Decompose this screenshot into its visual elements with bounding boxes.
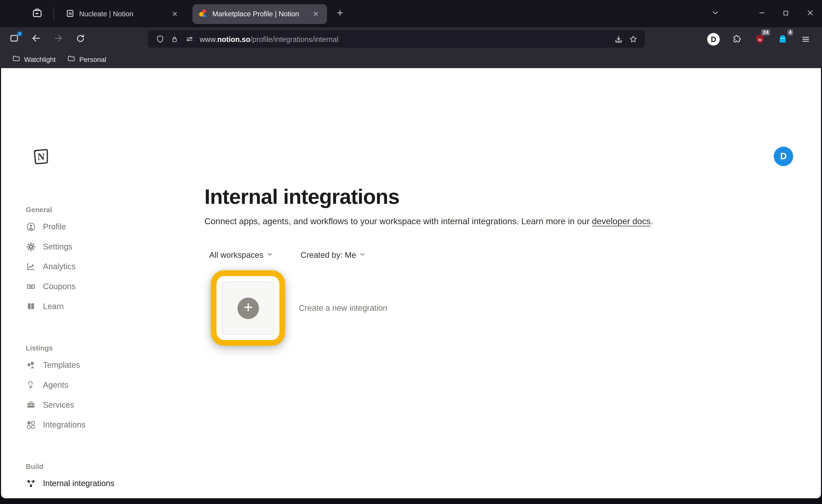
close-tab-icon[interactable] bbox=[310, 8, 321, 20]
tab-strip: N Nucleate | Notion Marketplace Profile … bbox=[0, 0, 822, 27]
sidebar-item-profile[interactable]: Profile bbox=[26, 217, 172, 237]
back-button[interactable] bbox=[27, 30, 45, 48]
sidebar-item-analytics[interactable]: Analytics bbox=[26, 257, 172, 277]
shield-extension-icon[interactable]: w 24 bbox=[751, 30, 768, 48]
sidebar-item-label: Integrations bbox=[43, 420, 85, 429]
page-description: Connect apps, agents, and workflows to y… bbox=[204, 216, 729, 227]
marketplace-favicon bbox=[199, 9, 208, 19]
extension-badge: 24 bbox=[762, 29, 770, 36]
close-window-button[interactable] bbox=[798, 0, 822, 27]
plus-icon bbox=[336, 9, 344, 18]
permissions-sliders-icon[interactable] bbox=[182, 32, 196, 46]
sidebar-section-general: General bbox=[26, 202, 172, 217]
sidebar-toggle-icon bbox=[9, 33, 19, 45]
profile-icon bbox=[26, 222, 36, 232]
url-domain: notion.so bbox=[217, 35, 250, 43]
d-extension-icon[interactable]: D bbox=[705, 30, 722, 48]
create-integration-label: Create a new integration bbox=[299, 303, 387, 313]
extensions-area: D w 24 4 bbox=[705, 30, 815, 48]
minimize-button[interactable] bbox=[750, 0, 774, 27]
chevron-down-icon bbox=[267, 250, 273, 260]
chevron-down-icon bbox=[711, 9, 719, 18]
sidebar-item-agents[interactable]: Agents bbox=[26, 375, 172, 395]
save-page-icon[interactable] bbox=[611, 32, 626, 46]
sidebar-item-learn[interactable]: Learn bbox=[26, 296, 172, 316]
tracking-protection-shield-icon[interactable] bbox=[152, 32, 167, 46]
svg-text:N: N bbox=[37, 151, 45, 162]
sidebar-item-label: Learn bbox=[43, 302, 64, 311]
close-icon bbox=[806, 9, 814, 18]
filter-label: Created by: Me bbox=[301, 250, 356, 259]
extensions-puzzle-icon[interactable] bbox=[728, 30, 745, 48]
tab-marketplace-profile[interactable]: Marketplace Profile | Notion bbox=[192, 4, 327, 24]
sidebar-section-listings: Listings bbox=[26, 340, 172, 355]
bookmark-star-icon[interactable] bbox=[626, 32, 641, 46]
sidebar-item-integrations[interactable]: Integrations bbox=[26, 415, 172, 435]
tab-title: Marketplace Profile | Notion bbox=[212, 10, 305, 18]
sidebar-item-coupons[interactable]: Coupons bbox=[26, 277, 172, 296]
sidebar-item-label: Settings bbox=[43, 242, 72, 251]
sidebar-item-templates[interactable]: Templates bbox=[26, 355, 172, 375]
grid-icon bbox=[26, 420, 36, 430]
sidebar-item-label: Analytics bbox=[43, 262, 76, 271]
lock-icon[interactable] bbox=[167, 32, 182, 46]
notion-logo[interactable]: N bbox=[31, 147, 50, 166]
plus-icon bbox=[243, 302, 254, 315]
sidebar-section-build: Build bbox=[26, 459, 172, 474]
sidebar-item-label: Services bbox=[43, 400, 74, 410]
maximize-button[interactable] bbox=[774, 0, 798, 27]
ticket-icon bbox=[26, 281, 36, 292]
tab-separator bbox=[53, 7, 54, 20]
developer-docs-link[interactable]: developer docs bbox=[592, 216, 651, 226]
plus-circle bbox=[237, 297, 259, 319]
workspace-filter-dropdown[interactable]: All workspaces bbox=[209, 250, 274, 260]
list-all-tabs-button[interactable] bbox=[705, 0, 726, 27]
chevron-down-icon bbox=[359, 250, 366, 260]
chart-icon bbox=[26, 261, 36, 272]
maximize-icon bbox=[782, 9, 789, 18]
create-integration-card[interactable] bbox=[222, 281, 274, 335]
close-tab-icon[interactable] bbox=[169, 8, 180, 20]
folder-icon bbox=[12, 55, 20, 65]
briefcase-icon bbox=[26, 400, 36, 410]
bookmark-folder-personal[interactable]: Personal bbox=[64, 52, 110, 66]
gear-icon bbox=[26, 242, 36, 252]
navigation-toolbar: www.notion.so/profile/integrations/inter… bbox=[0, 27, 822, 51]
tab-title: Nucleate | Notion bbox=[79, 10, 164, 18]
extension-badge: 4 bbox=[787, 29, 793, 36]
new-tab-button[interactable] bbox=[331, 5, 348, 22]
network-nodes-icon bbox=[26, 478, 36, 489]
bookmark-label: Watchlight bbox=[24, 56, 56, 64]
avatar[interactable]: D bbox=[774, 147, 793, 166]
sidebar-item-label: Internal integrations bbox=[43, 479, 114, 488]
sidebar-item-settings[interactable]: Settings bbox=[26, 237, 172, 257]
sidebar-item-services[interactable]: Services bbox=[26, 395, 172, 415]
tab-nucleate[interactable]: N Nucleate | Notion bbox=[59, 4, 186, 24]
bookmark-folder-watchlight[interactable]: Watchlight bbox=[8, 52, 59, 66]
hamburger-menu-icon[interactable] bbox=[797, 30, 815, 48]
notification-dot bbox=[18, 32, 21, 35]
svg-text:w: w bbox=[758, 37, 762, 42]
url-bar[interactable]: www.notion.so/profile/integrations/inter… bbox=[148, 30, 645, 48]
back-arrow-icon bbox=[31, 33, 41, 45]
notion-page: N D General Profile Settings Analytics C… bbox=[1, 68, 821, 498]
book-icon bbox=[26, 301, 36, 312]
ghost-extension-icon[interactable]: 4 bbox=[774, 30, 791, 48]
firefox-view-icon bbox=[31, 7, 43, 20]
sidebar: General Profile Settings Analytics Coupo… bbox=[26, 202, 172, 493]
create-integration-row: Create a new integration bbox=[211, 270, 729, 346]
firefox-view-button[interactable] bbox=[28, 5, 46, 22]
sidebar-item-internal-integrations[interactable]: Internal integrations bbox=[26, 474, 172, 494]
forward-button[interactable] bbox=[49, 30, 67, 48]
agent-face-icon bbox=[26, 380, 36, 390]
page-title: Internal integrations bbox=[204, 184, 729, 209]
reload-button[interactable] bbox=[71, 30, 89, 48]
filter-label: All workspaces bbox=[209, 250, 264, 259]
url-text[interactable]: www.notion.so/profile/integrations/inter… bbox=[200, 35, 611, 43]
created-by-filter-dropdown[interactable]: Created by: Me bbox=[301, 250, 366, 260]
sidebar-toggle-button[interactable] bbox=[5, 30, 23, 48]
sidebar-item-label: Agents bbox=[43, 380, 68, 390]
main-content: Internal integrations Connect apps, agen… bbox=[204, 184, 729, 346]
notion-favicon: N bbox=[66, 9, 75, 19]
highlight-annotation-ring bbox=[211, 270, 285, 346]
